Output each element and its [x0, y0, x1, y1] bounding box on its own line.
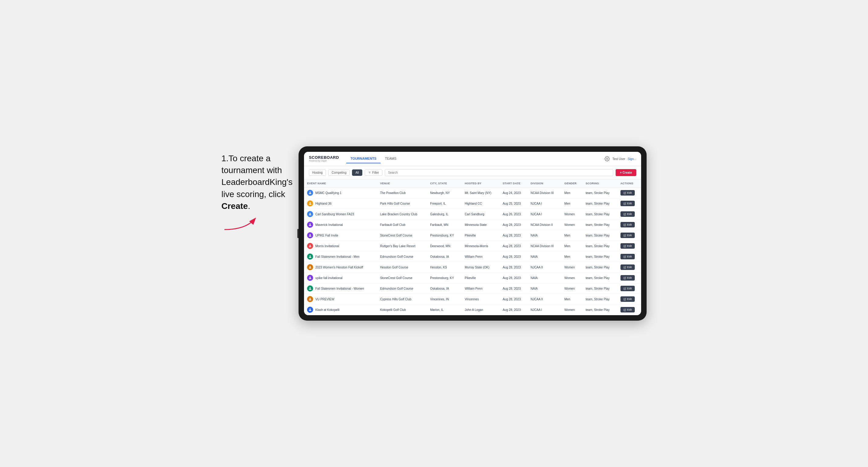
cell-actions: Edit — [617, 305, 641, 315]
filter-button[interactable]: Filter — [365, 169, 382, 176]
team-avatar — [307, 200, 313, 207]
event-name-text: Carl Sandburg Women FA23 — [315, 213, 354, 216]
edit-button[interactable]: Edit — [620, 264, 635, 270]
edit-icon — [623, 309, 626, 311]
cell-actions: Edit — [617, 241, 641, 251]
cell-start-date: Aug 28, 2023 — [500, 230, 528, 241]
cell-gender: Men — [561, 188, 583, 198]
all-filter[interactable]: All — [352, 169, 362, 176]
filter-bar: Hosting Competing All Filter + Create — [304, 166, 641, 180]
competing-filter[interactable]: Competing — [328, 169, 349, 176]
col-event-name: EVENT NAME — [304, 180, 377, 188]
gear-icon[interactable] — [604, 156, 610, 161]
cell-event-name: Fall Statesmen Invitational - Women — [304, 283, 377, 294]
search-input[interactable] — [385, 169, 613, 176]
cell-scoring: team, Stroke Play — [583, 188, 617, 198]
cell-start-date: Aug 28, 2023 — [500, 241, 528, 251]
table-row: Fall Statesmen Invitational - Men Edmund… — [304, 251, 641, 262]
logo-sub: Powered by Clippit — [309, 160, 339, 162]
tab-tournaments[interactable]: TOURNAMENTS — [346, 154, 380, 163]
cell-venue: Cypress Hills Golf Club — [377, 294, 427, 305]
cell-hosted-by: Vincennes — [462, 294, 500, 305]
edit-button[interactable]: Edit — [620, 286, 635, 291]
cell-gender: Women — [561, 262, 583, 273]
cell-hosted-by: Pikeville — [462, 230, 500, 241]
event-name-text: 2023 Women's Hesston Fall Kickoff — [315, 266, 363, 269]
edit-button[interactable]: Edit — [620, 275, 635, 281]
cell-hosted-by: Pikeville — [462, 273, 500, 283]
table-row: upike fall invitational StoneCrest Golf … — [304, 273, 641, 283]
col-gender: GENDER — [561, 180, 583, 188]
edit-button[interactable]: Edit — [620, 232, 635, 238]
team-avatar — [307, 211, 313, 217]
cell-division: NAIA — [528, 230, 561, 241]
cell-division: NAIA — [528, 283, 561, 294]
team-logo-icon — [308, 244, 312, 248]
edit-button[interactable]: Edit — [620, 190, 635, 195]
cell-start-date: Aug 28, 2023 — [500, 251, 528, 262]
cell-hosted-by: Mt. Saint Mary (NY) — [462, 188, 500, 198]
edit-icon — [623, 234, 626, 237]
cell-city-state: Prestonsburg, KY — [427, 230, 462, 241]
cell-start-date: Aug 28, 2023 — [500, 305, 528, 315]
team-logo-icon — [308, 308, 312, 312]
cell-division: NJCAA I — [528, 305, 561, 315]
edit-button[interactable]: Edit — [620, 201, 635, 206]
cell-actions: Edit — [617, 188, 641, 198]
cell-scoring: team, Stroke Play — [583, 305, 617, 315]
col-hosted-by: HOSTED BY — [462, 180, 500, 188]
cell-event-name: MSMC Qualifying 1 — [304, 188, 377, 198]
cell-actions: Edit — [617, 198, 641, 209]
cell-gender: Men — [561, 230, 583, 241]
edit-button[interactable]: Edit — [620, 222, 635, 227]
team-avatar — [307, 190, 313, 196]
table-row: MSMC Qualifying 1 The Powelton Club Newb… — [304, 188, 641, 198]
team-logo-icon — [308, 276, 312, 280]
edit-button[interactable]: Edit — [620, 297, 635, 302]
cell-division: NJCAA II — [528, 294, 561, 305]
cell-event-name: Fall Statesmen Invitational - Men — [304, 251, 377, 262]
cell-scoring: team, Stroke Play — [583, 251, 617, 262]
edit-button[interactable]: Edit — [620, 254, 635, 259]
table-row: Maverick Invitational Faribault Golf Clu… — [304, 220, 641, 230]
col-actions: ACTIONS — [617, 180, 641, 188]
team-logo-icon — [308, 191, 312, 195]
cell-division: NCAA Division II — [528, 220, 561, 230]
team-logo-icon — [308, 297, 312, 301]
team-avatar — [307, 243, 313, 249]
team-avatar — [307, 232, 313, 238]
table-row: Morris Invitational Ruttger's Bay Lake R… — [304, 241, 641, 251]
cell-city-state: Newburgh, NY — [427, 188, 462, 198]
tab-teams[interactable]: TEAMS — [380, 154, 401, 163]
team-logo-icon — [308, 212, 312, 216]
cell-start-date: Aug 28, 2023 — [500, 283, 528, 294]
cell-venue: Lake Bracken Country Club — [377, 209, 427, 220]
cell-actions: Edit — [617, 230, 641, 241]
cell-gender: Men — [561, 198, 583, 209]
cell-scoring: team, Stroke Play — [583, 230, 617, 241]
cell-start-date: Aug 28, 2023 — [500, 273, 528, 283]
cell-start-date: Aug 24, 2023 — [500, 188, 528, 198]
cell-event-name: Morris Invitational — [304, 241, 377, 251]
svg-point-8 — [309, 223, 311, 225]
svg-point-9 — [309, 234, 311, 235]
create-button[interactable]: + Create — [616, 169, 636, 176]
cell-city-state: Hesston, KS — [427, 262, 462, 273]
cell-venue: StoneCrest Golf Course — [377, 273, 427, 283]
hosting-filter[interactable]: Hosting — [309, 169, 326, 176]
tablet-screen: SCOREBOARD Powered by Clippit TOURNAMENT… — [304, 152, 641, 315]
cell-event-name: UPIKE Fall Invite — [304, 230, 377, 241]
event-name-text: Maverick Invitational — [315, 223, 343, 226]
cell-start-date: Aug 28, 2023 — [500, 294, 528, 305]
edit-icon — [623, 287, 626, 290]
svg-point-14 — [309, 287, 311, 288]
nav-tabs: TOURNAMENTS TEAMS — [346, 154, 597, 163]
edit-button[interactable]: Edit — [620, 307, 635, 312]
edit-button[interactable]: Edit — [620, 211, 635, 217]
col-start-date: START DATE — [500, 180, 528, 188]
sign-out-button[interactable]: Sign... — [628, 157, 636, 161]
edit-button[interactable]: Edit — [620, 243, 635, 249]
edit-icon — [623, 245, 626, 247]
cell-division: NJCAA II — [528, 262, 561, 273]
cell-city-state: Faribault, MN — [427, 220, 462, 230]
